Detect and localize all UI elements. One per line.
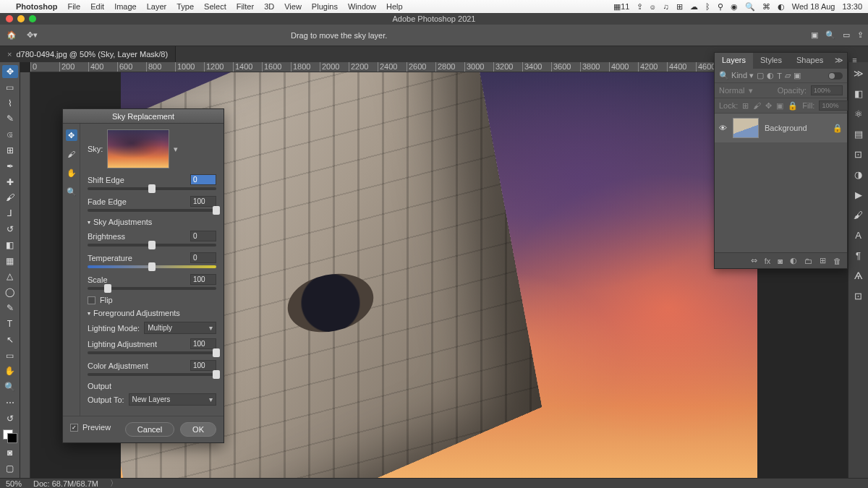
zoom-level[interactable]: 50% — [6, 479, 22, 488]
sky-zoom-tool-icon[interactable]: 🔍 — [66, 186, 77, 197]
lighting-adj-slider[interactable] — [88, 351, 216, 354]
edit-toolbar[interactable]: ↺ — [2, 412, 18, 425]
lock-transparent-icon[interactable]: ⊞ — [742, 101, 749, 111]
adjustments-panel-icon[interactable]: ◑ — [852, 168, 865, 181]
shift-edge-slider[interactable] — [88, 187, 216, 190]
shift-edge-value[interactable]: 0 — [190, 174, 216, 185]
lasso-tool[interactable]: ⌇ — [2, 97, 18, 110]
visibility-toggle-icon[interactable]: 👁 — [719, 124, 727, 132]
gradient-tool[interactable]: ▦ — [2, 254, 18, 267]
share-icon[interactable]: ⇪ — [857, 30, 864, 40]
tool-more[interactable]: ⋯ — [2, 396, 18, 409]
layer-row-background[interactable]: 👁 Background 🔒 — [715, 114, 847, 142]
history-brush-tool[interactable]: ↺ — [2, 223, 18, 236]
fade-edge-value[interactable]: 100 — [190, 196, 216, 207]
new-adjustment-icon[interactable]: ◐ — [790, 256, 797, 265]
stamp-tool[interactable]: ⅃ — [2, 207, 18, 220]
menubar-icon-3[interactable]: ⊞ — [676, 2, 683, 12]
eraser-tool[interactable]: ◧ — [2, 239, 18, 252]
menubar-time[interactable]: 13:30 — [842, 2, 862, 11]
glyphs-panel-icon[interactable]: Ѧ — [852, 269, 865, 282]
workspace-icon[interactable]: ▭ — [843, 30, 850, 40]
wifi-icon[interactable]: ⚲ — [718, 2, 723, 12]
color-adj-value[interactable]: 100 — [190, 360, 216, 371]
sky-preset-dropdown-icon[interactable]: ▾ — [174, 145, 179, 154]
menu-select[interactable]: Select — [204, 2, 226, 11]
temperature-value[interactable]: 0 — [190, 252, 216, 263]
menu-app-name[interactable]: Photoshop — [16, 2, 57, 11]
dialog-titlebar[interactable]: Sky Replacement — [63, 109, 224, 124]
blend-mode-select[interactable]: Normal — [719, 86, 744, 95]
preview-checkbox[interactable]: ✓Preview — [70, 423, 111, 432]
link-layers-icon[interactable]: ⇔ — [751, 256, 757, 265]
layers-panel-menu-icon[interactable]: ≡ — [848, 53, 861, 69]
output-to-select[interactable]: New Layers — [129, 393, 216, 406]
brightness-slider[interactable] — [88, 244, 216, 247]
crop-tool[interactable]: ⟃ — [2, 128, 18, 141]
fade-edge-slider[interactable] — [88, 209, 216, 212]
menubar-icon-2[interactable]: ♫ — [663, 2, 668, 11]
document-tab[interactable]: × d780-0494.jpg @ 50% (Sky, Layer Mask/8… — [0, 46, 176, 62]
quickmask-toggle[interactable]: ◙ — [2, 446, 18, 459]
zoom-window-button[interactable] — [29, 15, 36, 22]
color-panel-icon[interactable]: ◧ — [852, 87, 865, 100]
control-center-icon[interactable]: ⌘ — [762, 2, 770, 12]
move-tool[interactable]: ✥ — [2, 65, 18, 78]
eyedropper-tool[interactable]: ✒ — [2, 160, 18, 173]
opacity-input[interactable] — [811, 85, 843, 95]
sky-brush-tool-icon[interactable]: 🖌 — [66, 148, 77, 160]
new-layer-icon[interactable]: ⊞ — [820, 256, 826, 265]
sky-hand-tool-icon[interactable]: ✋ — [66, 167, 77, 179]
ok-button[interactable]: OK — [180, 422, 216, 437]
search-loupe-icon[interactable]: 🔍 — [825, 30, 835, 40]
swatches-panel-icon[interactable]: ▤ — [852, 127, 865, 140]
minimize-window-button[interactable] — [17, 15, 25, 22]
menu-type[interactable]: Type — [176, 2, 194, 11]
menu-view[interactable]: View — [284, 2, 302, 11]
menu-image[interactable]: Image — [114, 2, 137, 11]
filter-smart-icon[interactable]: ▣ — [793, 71, 801, 80]
filter-kind-label[interactable]: 🔍 Kind ▾ — [719, 71, 754, 80]
healing-tool[interactable]: ✚ — [2, 176, 18, 189]
filter-toggle[interactable] — [828, 72, 843, 80]
scale-slider[interactable] — [88, 287, 216, 290]
menu-filter[interactable]: Filter — [237, 2, 254, 11]
sky-adjustments-header[interactable]: ▾Sky Adjustments — [88, 218, 216, 226]
tab-shapes[interactable]: Shapes — [789, 53, 830, 69]
sky-preset-thumbnail[interactable] — [107, 129, 169, 168]
hand-tool[interactable]: ✋ — [2, 364, 18, 377]
doc-size[interactable]: Doc: 68.7M/68.7M — [33, 479, 98, 488]
layers-panel-collapse[interactable]: ≫ — [830, 53, 848, 69]
layer-lock-icon[interactable]: 🔒 — [833, 124, 843, 133]
path-tool[interactable]: ↖ — [2, 333, 18, 346]
delete-layer-icon[interactable]: 🗑 — [833, 257, 841, 265]
menu-edit[interactable]: Edit — [90, 2, 104, 11]
color-swatches[interactable] — [3, 429, 17, 444]
menu-file[interactable]: File — [67, 2, 80, 11]
screenmode-toggle[interactable]: ▢ — [2, 462, 18, 475]
lock-pixels-icon[interactable]: 🖌 — [753, 101, 761, 110]
bluetooth-icon[interactable]: ᛒ — [705, 2, 710, 11]
paragraph-panel-icon[interactable]: ¶ — [852, 249, 865, 262]
lighting-adj-value[interactable]: 100 — [190, 338, 216, 349]
character-panel-a-icon[interactable]: A — [852, 228, 865, 241]
new-group-icon[interactable]: 🗀 — [804, 257, 812, 265]
histogram-panel-icon[interactable]: ⚛ — [852, 107, 865, 120]
move-tool-icon[interactable]: ✥▾ — [25, 28, 39, 43]
tab-layers[interactable]: Layers — [715, 53, 753, 69]
cancel-button[interactable]: Cancel — [125, 422, 174, 437]
battery-icon[interactable]: ◉ — [731, 2, 738, 12]
scale-value[interactable]: 100 — [190, 274, 216, 285]
layer-name[interactable]: Background — [765, 124, 807, 132]
brush-tool[interactable]: 🖌 — [2, 192, 18, 205]
libraries-panel-icon[interactable]: ⊡ — [852, 147, 865, 160]
filter-adjust-icon[interactable]: ◐ — [767, 71, 774, 80]
flip-checkbox[interactable]: Flip — [88, 296, 216, 304]
status-more-icon[interactable]: 〉 — [110, 478, 118, 488]
menu-help[interactable]: Help — [386, 2, 403, 11]
close-tab-icon[interactable]: × — [7, 50, 12, 59]
home-button[interactable]: 🏠 — [4, 28, 19, 43]
filter-pixel-icon[interactable]: ▢ — [757, 71, 764, 80]
menu-3d[interactable]: 3D — [264, 2, 274, 11]
close-window-button[interactable] — [6, 15, 13, 22]
